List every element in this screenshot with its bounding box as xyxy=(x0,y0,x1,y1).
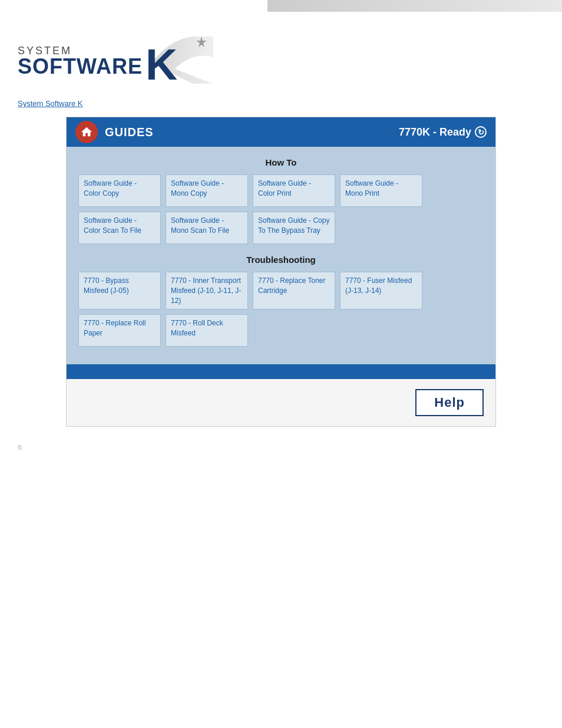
card-replace-toner[interactable]: 7770 - Replace Toner Cartridge xyxy=(253,272,335,309)
widget-status: 7770K - Ready ↻ xyxy=(399,126,487,139)
guide-card-mono-print-text: Software Guide - Mono Print xyxy=(345,179,417,199)
card-fuser-misfeed-text: 7770 - Fuser Misfeed (J-13, J-14) xyxy=(345,276,417,296)
guide-card-color-scan-text: Software Guide - Color Scan To File xyxy=(84,216,156,236)
logo-k-svg: K xyxy=(146,34,216,87)
help-button[interactable]: Help xyxy=(415,389,484,416)
copyright-symbol: © xyxy=(18,444,22,451)
widget-footer-bar xyxy=(67,364,495,379)
guide-card-color-print[interactable]: Software Guide - Color Print xyxy=(253,174,335,207)
widget-header: GUIDES 7770K - Ready ↻ xyxy=(67,117,495,147)
card-bypass-misfeed-text: 7770 - Bypass Misfeed (J-05) xyxy=(84,276,156,296)
nav-area: System Software K xyxy=(0,94,562,111)
troubleshooting-cards-grid: 7770 - Bypass Misfeed (J-05) 7770 - Inne… xyxy=(78,272,484,347)
main-content: GUIDES 7770K - Ready ↻ How To Software G… xyxy=(0,111,562,439)
svg-text:K: K xyxy=(146,39,177,87)
guide-card-color-scan[interactable]: Software Guide - Color Scan To File xyxy=(78,212,161,244)
guide-card-color-copy[interactable]: Software Guide - Color Copy xyxy=(78,174,161,207)
card-inner-transport[interactable]: 7770 - Inner Transport Misfeed (J-10, J-… xyxy=(166,272,248,309)
header: SYSTEM SOFTWARE K xyxy=(0,0,562,94)
widget-header-left: GUIDES xyxy=(75,121,154,143)
widget-title: GUIDES xyxy=(105,126,154,139)
card-replace-roll-paper[interactable]: 7770 - Replace Roll Paper xyxy=(78,314,161,347)
nav-link[interactable]: System Software K xyxy=(18,99,83,108)
troubleshooting-section: Troubleshooting 7770 - Bypass Misfeed (J… xyxy=(78,250,484,347)
guide-card-mono-copy-text: Software Guide - Mono Copy xyxy=(171,179,243,199)
guide-card-mono-copy[interactable]: Software Guide - Mono Copy xyxy=(166,174,248,207)
card-roll-deck-misfeed[interactable]: 7770 - Roll Deck Misfeed xyxy=(166,314,248,347)
how-to-heading: How To xyxy=(78,153,484,174)
logo-software-text: SOFTWARE xyxy=(18,56,143,77)
card-replace-toner-text: 7770 - Replace Toner Cartridge xyxy=(258,276,330,296)
guide-card-bypass-tray[interactable]: Software Guide - Copy To The Bypass Tray xyxy=(253,212,335,244)
header-bar xyxy=(267,0,562,12)
card-roll-deck-misfeed-text: 7770 - Roll Deck Misfeed xyxy=(171,318,243,338)
logo-k-area: K xyxy=(146,34,216,88)
guides-widget: GUIDES 7770K - Ready ↻ How To Software G… xyxy=(66,117,496,427)
home-icon-circle[interactable] xyxy=(75,121,98,143)
help-area: Help xyxy=(67,379,495,426)
header-logo: SYSTEM SOFTWARE K xyxy=(0,34,216,88)
page-footer: © xyxy=(0,439,562,457)
card-bypass-misfeed[interactable]: 7770 - Bypass Misfeed (J-05) xyxy=(78,272,161,309)
guide-card-color-copy-text: Software Guide - Color Copy xyxy=(84,179,156,199)
card-replace-roll-paper-text: 7770 - Replace Roll Paper xyxy=(84,318,156,338)
widget-body: How To Software Guide - Color Copy Softw… xyxy=(67,147,495,364)
logo-text: SYSTEM SOFTWARE xyxy=(18,45,143,77)
widget-status-text: 7770K - Ready xyxy=(399,126,471,139)
guide-card-color-print-text: Software Guide - Color Print xyxy=(258,179,330,199)
troubleshooting-heading: Troubleshooting xyxy=(78,250,484,272)
status-ready-icon: ↻ xyxy=(475,126,487,138)
guide-card-mono-scan[interactable]: Software Guide - Mono Scan To File xyxy=(166,212,248,244)
guide-card-bypass-tray-text: Software Guide - Copy To The Bypass Tray xyxy=(258,216,330,236)
guide-card-mono-print[interactable]: Software Guide - Mono Print xyxy=(340,174,422,207)
guide-card-mono-scan-text: Software Guide - Mono Scan To File xyxy=(171,216,243,236)
home-icon xyxy=(80,126,93,139)
card-inner-transport-text: 7770 - Inner Transport Misfeed (J-10, J-… xyxy=(171,276,243,305)
card-fuser-misfeed[interactable]: 7770 - Fuser Misfeed (J-13, J-14) xyxy=(340,272,422,309)
how-to-cards-grid: Software Guide - Color Copy Software Gui… xyxy=(78,174,484,244)
